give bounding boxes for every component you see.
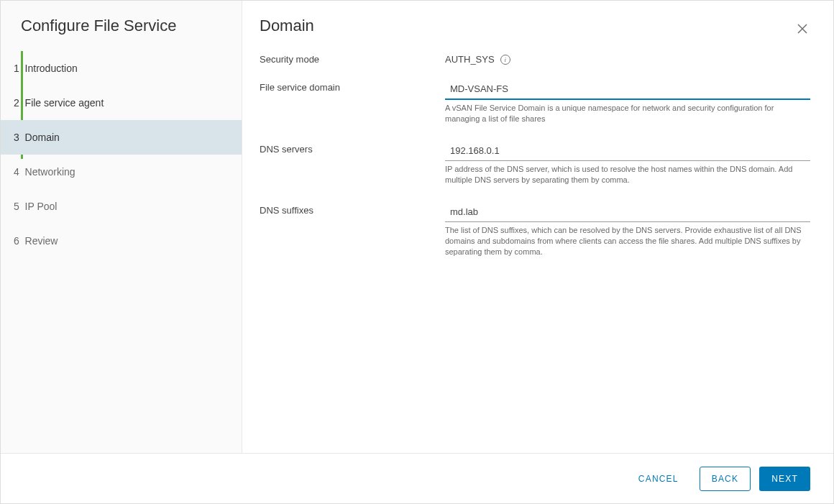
step-label: Introduction: [25, 63, 78, 74]
dns-suffixes-input[interactable]: [445, 202, 810, 222]
wizard-footer: CANCEL BACK NEXT: [1, 453, 833, 503]
step-number: 6: [14, 235, 19, 247]
dns-servers-row: DNS servers IP address of the DNS server…: [260, 141, 810, 199]
step-review[interactable]: 6 Review: [1, 224, 242, 258]
file-service-domain-label: File service domain: [260, 79, 445, 93]
step-label: Domain: [25, 132, 60, 143]
configure-file-service-dialog: Configure File Service 1 Introduction 2 …: [0, 0, 834, 504]
page-title: Domain: [260, 17, 314, 35]
file-service-domain-input[interactable]: [445, 79, 810, 100]
step-number: 1: [14, 63, 19, 74]
next-button[interactable]: NEXT: [759, 467, 810, 491]
step-ip-pool[interactable]: 5 IP Pool: [1, 189, 242, 224]
security-mode-label: Security mode: [260, 51, 445, 65]
wizard-content: Domain Security mode AUTH_SYS i File ser…: [242, 1, 833, 453]
dns-suffixes-help: The list of DNS suffixes, which can be r…: [445, 222, 810, 271]
info-icon[interactable]: i: [500, 55, 510, 65]
step-number: 5: [14, 201, 19, 212]
dns-suffixes-label: DNS suffixes: [260, 202, 445, 216]
close-icon: [797, 24, 807, 34]
sidebar-title: Configure File Service: [1, 17, 242, 51]
cancel-button[interactable]: CANCEL: [626, 467, 691, 491]
dns-suffixes-row: DNS suffixes The list of DNS suffixes, w…: [260, 202, 810, 271]
step-number: 2: [14, 97, 19, 109]
file-service-domain-row: File service domain A vSAN File Service …: [260, 79, 810, 138]
dns-servers-input[interactable]: [445, 141, 810, 161]
security-mode-row: Security mode AUTH_SYS i: [260, 51, 810, 68]
close-button[interactable]: [794, 19, 810, 40]
security-mode-value: AUTH_SYS: [445, 54, 495, 65]
back-button[interactable]: BACK: [700, 467, 751, 491]
step-domain[interactable]: 3 Domain: [1, 120, 242, 155]
step-label: Networking: [25, 166, 75, 178]
step-label: File service agent: [25, 97, 104, 109]
dialog-body: Configure File Service 1 Introduction 2 …: [1, 1, 833, 453]
step-label: IP Pool: [25, 201, 58, 212]
file-service-domain-help: A vSAN File Service Domain is a unique n…: [445, 100, 810, 138]
step-networking[interactable]: 4 Networking: [1, 155, 242, 189]
step-introduction[interactable]: 1 Introduction: [1, 51, 242, 86]
dns-servers-label: DNS servers: [260, 141, 445, 155]
step-file-service-agent[interactable]: 2 File service agent: [1, 86, 242, 120]
step-number: 4: [14, 166, 19, 178]
step-label: Review: [25, 235, 58, 247]
dns-servers-help: IP address of the DNS server, which is u…: [445, 161, 810, 199]
wizard-sidebar: Configure File Service 1 Introduction 2 …: [1, 1, 242, 453]
step-number: 3: [14, 132, 19, 143]
